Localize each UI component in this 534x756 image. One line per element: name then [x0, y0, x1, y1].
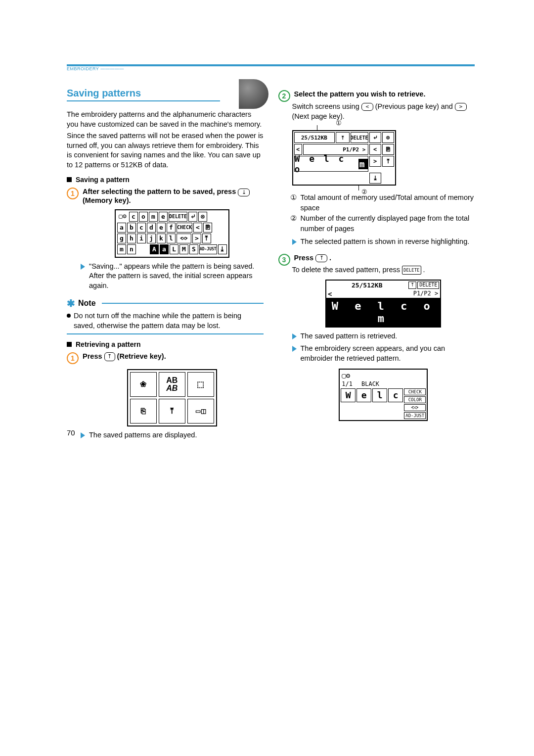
retrieving-heading: Retrieving a pattern	[67, 340, 264, 348]
mode-btn: a	[160, 244, 169, 254]
delete-btn: DELETE	[169, 212, 187, 222]
mode-btn: M	[179, 244, 188, 254]
lcd-char: j	[147, 234, 156, 243]
triangle-bullet-icon	[81, 264, 85, 270]
menu-figure: ❀ AB AB ⬚ ⎘ ⤒ ▭◫	[81, 369, 264, 426]
lcd-char: e	[159, 212, 168, 222]
memory-indicator: 25/512KB	[294, 132, 335, 143]
callout-legend: ①Total amount of memory used/Total amoun…	[290, 192, 475, 234]
delete-btn: DELETE	[417, 282, 439, 289]
header-bar: EMBROIDERY —————	[67, 64, 475, 66]
note-title: Note	[78, 299, 96, 308]
step-number-1-icon: 1	[67, 188, 79, 199]
legend-2-text: Number of the currently displayed page f…	[301, 213, 475, 234]
adjust-btn: AD-JUST	[199, 244, 217, 254]
right-column: 2 Select the pattern you wish to retriev…	[278, 86, 475, 442]
lcd-char: a	[117, 223, 126, 233]
mode-btn: L	[170, 244, 178, 254]
emb-letter: W	[341, 388, 356, 402]
step3-note: To delete the saved pattern, press	[292, 266, 402, 274]
pattern-name-display: W e l c o m	[294, 156, 368, 172]
confirm-result-1-text: The saved pattern is retrieved.	[301, 331, 398, 341]
lcd-char: k	[157, 234, 166, 243]
triangle-bullet-icon	[292, 346, 297, 352]
ab-label: AB	[166, 377, 178, 384]
lcd-char: m	[149, 212, 158, 222]
select-result-text: The selected pattern is shown in reverse…	[301, 237, 470, 247]
left-column: Saving patterns The embroidery patterns …	[67, 86, 264, 442]
note-end-line	[67, 333, 264, 334]
confirm-result-2: The embroidery screen appears, and you c…	[292, 344, 475, 363]
step-number-2-icon: 2	[278, 90, 290, 102]
lcd-char: o	[139, 212, 148, 222]
color-btn: COLOR	[404, 396, 426, 403]
menu-card-icon: ⎘	[130, 399, 157, 424]
triangle-bullet-icon	[81, 432, 85, 438]
prev-arrow-icon: <	[326, 290, 333, 298]
legend-1-text: Total amount of memory used/Total amount…	[301, 192, 475, 213]
pattern-list-figure: ① ② 25/512KB ⤒ DELETE ⤶⊗ < P1/P2	[292, 130, 396, 186]
emb-letter: l	[372, 388, 387, 402]
final-figure: ▢⚙ 1/1 BLACK W e l c CHECK COLOR	[292, 369, 475, 421]
memory-key-icon: ⤓	[238, 189, 250, 196]
switch-text-b: (Previous page key) and	[375, 102, 455, 110]
section-tab: EMBROIDERY —————	[67, 66, 124, 71]
saving-step-1: 1 After selecting the pattern to be save…	[67, 188, 264, 204]
select-result: The selected pattern is shown in reverse…	[292, 237, 475, 247]
dash-icon: —————	[100, 66, 124, 71]
step1-text-a: After selecting the pattern to be saved,…	[83, 188, 238, 195]
menu-hoop-icon: ▭◫	[187, 399, 214, 424]
lcd-char: c	[129, 212, 138, 222]
saving-heading: Saving a pattern	[67, 176, 264, 184]
delete-key-icon: DELETE	[402, 266, 421, 275]
rotate-btn: ⟲⟳	[404, 404, 426, 411]
callout-1-icon: ①	[336, 119, 342, 127]
check-btn: CHECK	[404, 388, 426, 395]
page-indicator: P1/P2	[413, 290, 431, 297]
lcd-char: d	[147, 223, 156, 233]
sparkle-icon: ✱	[67, 297, 75, 309]
adjust-btn: AD-JUST	[404, 412, 426, 419]
lcd-char: n	[127, 244, 136, 254]
menu-pattern-icon: ❀	[130, 372, 157, 397]
step1-text-b: (Memory key).	[83, 196, 131, 204]
retrieve-step1-b: (Retrieve key).	[117, 352, 166, 360]
legend-1-num: ①	[290, 192, 297, 213]
step2-text: Select the pattern you wish to retrieve.	[294, 90, 426, 98]
select-step-2: 2 Select the pattern you wish to retriev…	[278, 90, 475, 102]
lcd-char: l	[167, 234, 176, 243]
note-line	[102, 303, 264, 304]
legend-2-num: ②	[290, 213, 297, 234]
confirm-btn-icon: ⤒	[408, 282, 416, 289]
step-number-1-icon: 1	[67, 352, 79, 364]
square-bullet-icon	[67, 342, 72, 347]
confirm-result-2-text: The embroidery screen appears, and you c…	[301, 344, 475, 363]
prev-page-key-icon: <	[361, 103, 373, 111]
note-heading: ✱ Note	[67, 297, 264, 309]
section-title: Saving patterns	[67, 86, 141, 101]
intro-text-2: Since the saved patterns will not be era…	[67, 131, 264, 170]
mode-btn: A	[150, 244, 159, 254]
lcd-char: h	[127, 234, 136, 243]
lcd-keypad-figure: ▢⚙ c o m e DELETE ⤶ ⊗ a b c d e	[81, 209, 264, 258]
square-bullet-icon	[67, 177, 72, 182]
lcd-char: m	[117, 244, 126, 254]
detail-figure: 25/512KB ⤒ DELETE < P1/P2 > W e l c o m	[292, 280, 475, 328]
lcd-char: b	[127, 223, 136, 233]
tab-text: EMBROIDERY	[67, 66, 99, 71]
emb-letter: e	[356, 388, 371, 402]
lcd-char: f	[167, 223, 176, 233]
retrieve-result-text: The saved patterns are displayed.	[89, 430, 197, 440]
retrieving-heading-text: Retrieving a pattern	[76, 340, 140, 348]
selected-pattern-name: W e l c o m	[326, 298, 440, 327]
delete-btn: DELETE	[351, 132, 368, 143]
confirm-step-3: 3 Press ⤒ .	[278, 254, 475, 266]
decorative-d-icon	[239, 79, 268, 109]
triangle-bullet-icon	[292, 239, 297, 245]
step3-a: Press	[294, 254, 316, 262]
ab-label-italic: AB	[166, 384, 178, 392]
mode-btn: S	[189, 244, 198, 254]
confirm-key-icon: ⤒	[315, 254, 327, 262]
retrieve-key-icon: ⤒	[104, 352, 115, 361]
menu-retrieve-icon: ⤒	[159, 399, 185, 424]
